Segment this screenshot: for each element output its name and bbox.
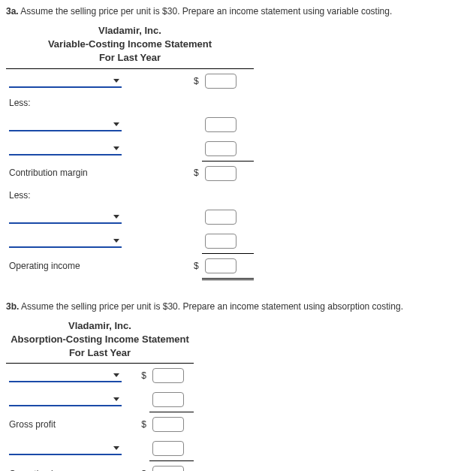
absorption-costing-table: Vladamir, Inc. Absorption-Costing Income…: [6, 319, 194, 471]
question-3b: 3b. Assume the selling price per unit is…: [6, 301, 470, 471]
operating-income-input-3b[interactable]: [152, 466, 184, 471]
contribution-margin-input[interactable]: [205, 166, 236, 181]
operating-income-input-3a[interactable]: [205, 258, 236, 273]
operating-income-label-3b: Operating income: [6, 461, 134, 471]
sales-select-3b[interactable]: [9, 369, 122, 382]
dollar-sign: $: [134, 461, 149, 471]
less-item-4-select[interactable]: [9, 234, 122, 248]
expense-select-3b[interactable]: [9, 442, 122, 455]
question-3b-prompt: 3b. Assume the selling price per unit is…: [6, 301, 470, 312]
statement-title: Variable-Costing Income Statement: [6, 38, 254, 51]
contribution-margin-label: Contribution margin: [6, 161, 184, 186]
dollar-sign: $: [134, 412, 149, 437]
statement-title: Absorption-Costing Income Statement: [6, 333, 194, 346]
sales-input[interactable]: [205, 74, 236, 89]
less-item-1-input[interactable]: [205, 117, 236, 132]
less-item-4-input[interactable]: [205, 234, 236, 249]
company-name: Vladamir, Inc.: [6, 319, 194, 333]
less-item-2-select[interactable]: [9, 142, 122, 155]
sales-input-3b[interactable]: [152, 368, 184, 383]
dollar-sign: $: [184, 68, 202, 93]
less-label-2: Less:: [6, 186, 184, 205]
less-item-3-select[interactable]: [9, 210, 122, 224]
dollar-sign: $: [184, 253, 202, 279]
question-3a-number: 3a.: [6, 6, 19, 17]
less-item-1-select[interactable]: [9, 118, 122, 131]
variable-costing-table: Vladamir, Inc. Variable-Costing Income S…: [6, 24, 254, 280]
cogs-input-3b[interactable]: [152, 392, 184, 407]
less-item-2-input[interactable]: [205, 141, 236, 156]
statement-period: For Last Year: [6, 346, 194, 360]
question-3a-text: Assume the selling price per unit is $30…: [19, 6, 393, 17]
operating-income-label-3a: Operating income: [6, 253, 184, 279]
question-3b-text: Assume the selling price per unit is $30…: [19, 301, 403, 312]
sales-select[interactable]: [9, 74, 122, 88]
dollar-sign: $: [134, 364, 149, 388]
expense-input-3b[interactable]: [152, 441, 184, 456]
cogs-select-3b[interactable]: [9, 393, 122, 406]
statement-3b-header: Vladamir, Inc. Absorption-Costing Income…: [6, 319, 194, 361]
gross-profit-input[interactable]: [152, 417, 184, 432]
dollar-sign: $: [184, 161, 202, 186]
statement-period: For Last Year: [6, 51, 254, 65]
question-3a: 3a. Assume the selling price per unit is…: [6, 6, 470, 280]
gross-profit-label: Gross profit: [6, 412, 134, 437]
question-3b-number: 3b.: [6, 301, 19, 312]
less-item-3-input[interactable]: [205, 210, 236, 225]
company-name: Vladamir, Inc.: [6, 24, 254, 38]
question-3a-prompt: 3a. Assume the selling price per unit is…: [6, 6, 470, 17]
less-label-1: Less:: [6, 93, 184, 113]
statement-3a-header: Vladamir, Inc. Variable-Costing Income S…: [6, 24, 254, 65]
